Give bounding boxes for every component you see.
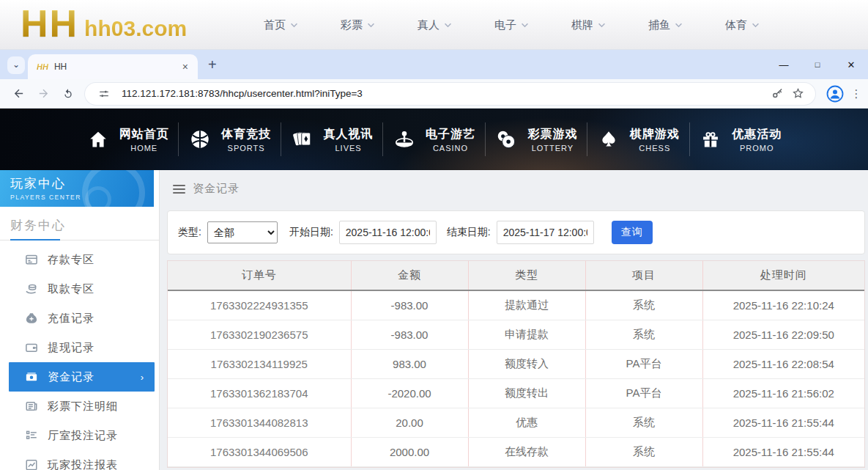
back-button[interactable] [6,81,31,106]
url-text[interactable]: 112.121.172.181:8783/hhcp/usercenter.htm… [122,88,767,99]
column-header: 项目 [585,261,702,290]
lottery-detail-icon [25,400,38,413]
filter-bar: 类型: 全部 开始日期: 结束日期: 查询 [167,210,865,254]
sidebar-item-2[interactable]: 充值记录 [0,304,159,333]
reload-button[interactable] [56,81,81,106]
type-select[interactable]: 全部 [207,221,278,243]
sidebar-item-label: 厅室投注记录 [48,429,118,443]
type-label: 类型: [178,226,201,239]
start-date-input[interactable] [339,221,437,244]
tab-close-icon[interactable]: × [180,61,190,73]
password-key-icon[interactable] [767,84,787,104]
site-nav-label: 真人 [418,18,439,32]
chevron-right-icon: › [141,372,144,383]
site-nav-item-2[interactable]: 真人 [418,18,452,32]
table-cell: 系统 [585,320,702,349]
maximize-button[interactable]: □ [801,50,834,79]
sidebar-item-1[interactable]: 取款专区 [0,274,159,304]
sidebar: 玩家中心 PLAYERS CENTER 财务中心 存款专区取款专区充值记录提现记… [0,170,160,470]
game-nav-en: CHESS [639,144,670,153]
sidebar-item-label: 充值记录 [48,312,94,326]
address-bar[interactable]: 112.121.172.181:8783/hhcp/usercenter.htm… [85,83,815,105]
player-center-header[interactable]: 玩家中心 PLAYERS CENTER [0,170,154,207]
end-date-label: 结束日期: [447,226,491,239]
screen: HH hh03.com 首页彩票真人电子棋牌捕鱼体育 ⌄ HH HH × + —… [0,0,868,470]
chevron-down-icon [598,23,606,28]
table-cell: 系统 [585,290,702,320]
forward-button[interactable] [31,81,56,106]
end-date-input[interactable] [497,221,594,244]
site-nav-item-6[interactable]: 体育 [725,18,760,32]
browser-menu-icon[interactable]: ⋮ [847,81,865,106]
table-cell: 在线存款 [468,437,585,466]
sidebar-item-4[interactable]: 资金记录› [9,362,155,392]
column-header: 处理时间 [702,261,864,290]
game-nav-item-casino[interactable]: 电子游艺CASINO [382,122,484,156]
chevron-down-icon [444,23,452,28]
minimize-button[interactable]: — [767,50,801,79]
close-window-button[interactable]: ✕ [834,50,868,79]
new-tab-button[interactable]: + [208,56,217,73]
game-nav-zh: 电子游艺 [426,127,475,142]
site-nav-item-5[interactable]: 捕鱼 [648,18,683,32]
site-info-icon[interactable] [94,84,114,104]
sidebar-item-0[interactable]: 存款专区 [0,245,159,274]
player-center-title: 玩家中心 [10,175,154,192]
site-nav-item-0[interactable]: 首页 [264,18,298,32]
table-cell: 20.00 [351,408,468,437]
chevron-down-icon [752,23,760,28]
game-nav-zh: 棋牌游戏 [630,127,680,142]
section-underline [0,240,159,240]
sidebar-item-7[interactable]: 玩家投注报表 [0,450,159,470]
logo-hh-text: HH [21,1,78,45]
withdraw-hand-icon [25,282,38,295]
playing-cards-icon [291,128,314,151]
funds-table-card: 订单号金额类型项目处理时间 1763302224931355-983.00提款通… [167,260,865,468]
game-nav-en: CASINO [433,144,468,153]
sidebar-item-6[interactable]: 厅室投注记录 [0,421,159,450]
money-bag-icon [25,312,38,325]
game-nav-item-sports[interactable]: 体育竞技SPORTS [178,122,280,156]
site-header: HH hh03.com 首页彩票真人电子棋牌捕鱼体育 [0,0,868,50]
game-nav-en: LOTTERY [532,144,574,153]
site-logo[interactable]: HH hh03.com [21,1,187,45]
bookmark-star-icon[interactable] [787,84,808,104]
table-cell: -983.00 [351,290,468,320]
start-date-label: 开始日期: [289,226,333,239]
tab-search-button[interactable]: ⌄ [7,56,25,74]
sidebar-item-label: 取款专区 [48,282,94,296]
game-nav-item-chess[interactable]: 棋牌游戏CHESS [587,122,689,156]
site-nav-item-3[interactable]: 电子 [494,18,529,32]
sidebar-item-label: 资金记录 [48,370,94,384]
table-cell: 2025-11-16 22:08:54 [702,349,864,378]
game-nav-en: LIVES [335,144,361,153]
finance-section-title: 财务中心 [10,217,159,234]
table-cell: -2020.00 [351,378,468,408]
home-icon [86,128,110,151]
table-cell: 983.00 [351,349,468,378]
table-row-2: 1763302134119925983.00额度转入PA平台2025-11-16… [168,349,864,378]
search-button[interactable]: 查询 [612,221,653,244]
game-nav-en: PROMO [740,144,774,153]
gift-icon [699,128,722,151]
game-nav-item-lives[interactable]: 真人视讯LIVES [281,122,382,156]
table-cell: 2000.00 [351,437,468,466]
site-nav-item-4[interactable]: 棋牌 [571,18,606,32]
breadcrumb-label: 资金记录 [193,182,240,196]
site-nav-label: 捕鱼 [648,18,670,32]
table-cell: 1763301362183704 [168,378,351,408]
game-nav-item-promo[interactable]: 优惠活动PROMO [689,122,791,156]
game-nav-item-home[interactable]: 网站首页HOME [77,122,178,156]
browser-tab[interactable]: HH HH × [28,54,198,79]
column-header: 类型 [468,261,585,290]
roulette-icon [393,128,416,151]
sidebar-item-3[interactable]: 提现记录 [0,333,159,362]
sidebar-item-5[interactable]: 彩票下注明细 [0,392,159,421]
hamburger-icon[interactable] [173,185,185,194]
spade-icon [597,128,620,151]
table-cell: 1763302134119925 [168,349,351,378]
profile-avatar[interactable] [823,81,847,106]
table-cell: PA平台 [585,349,702,378]
site-nav-item-1[interactable]: 彩票 [341,18,375,32]
game-nav-item-lottery[interactable]: 彩票游戏LOTTERY [485,122,587,156]
